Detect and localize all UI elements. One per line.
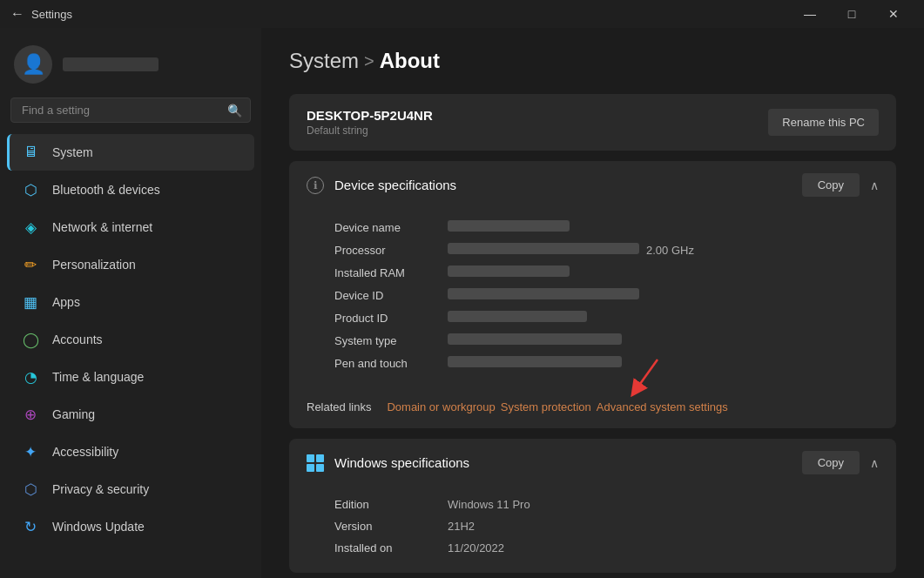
sidebar-item-bluetooth[interactable]: ⬡ Bluetooth & devices bbox=[7, 171, 254, 208]
spec-value: 2.00 GHz bbox=[448, 243, 879, 257]
minimize-button[interactable]: — bbox=[790, 0, 830, 28]
breadcrumb-system: System bbox=[289, 49, 359, 73]
spec-value bbox=[448, 265, 879, 279]
win-spec-label: Installed on bbox=[334, 541, 448, 554]
sidebar-item-apps[interactable]: ▦ Apps bbox=[7, 284, 254, 320]
gaming-icon: ⊕ bbox=[21, 405, 40, 424]
main-content: System > About DESKTOP-5P2U4NR Default s… bbox=[261, 28, 924, 578]
windows-specs-card: Windows specifications Copy ∧ Edition Wi… bbox=[289, 439, 896, 573]
device-specs-actions: Copy ∧ bbox=[802, 173, 879, 197]
table-row: Version 21H2 bbox=[334, 515, 879, 537]
breadcrumb-chevron: > bbox=[364, 51, 374, 71]
related-links-label: Related links bbox=[307, 400, 371, 413]
spec-label: Pen and touch bbox=[334, 357, 448, 370]
sidebar-item-label-privacy: Privacy & security bbox=[52, 482, 149, 496]
sidebar-item-label-update: Windows Update bbox=[52, 520, 145, 534]
windows-specs-header[interactable]: Windows specifications Copy ∧ bbox=[289, 439, 896, 487]
search-input[interactable] bbox=[10, 97, 251, 123]
spec-label: Processor bbox=[334, 244, 448, 257]
app-title: Settings bbox=[31, 8, 72, 21]
blurred-value bbox=[448, 333, 622, 345]
windows-specs-title: Windows specifications bbox=[334, 455, 469, 470]
back-icon[interactable]: ← bbox=[10, 6, 24, 22]
blurred-value bbox=[448, 356, 622, 367]
windows-specs-content: Edition Windows 11 Pro Version 21H2 Inst… bbox=[289, 487, 896, 573]
sidebar-item-personalization[interactable]: ✏ Personalization bbox=[7, 246, 254, 283]
table-row: System type bbox=[334, 329, 879, 352]
sidebar-item-privacy[interactable]: ⬡ Privacy & security bbox=[7, 471, 254, 507]
spec-value bbox=[448, 333, 879, 347]
close-button[interactable]: ✕ bbox=[873, 0, 914, 28]
system-protection-link[interactable]: System protection bbox=[501, 400, 591, 413]
advanced-system-settings-link[interactable]: Advanced system settings bbox=[597, 400, 728, 413]
sidebar-item-time[interactable]: ◔ Time & language bbox=[7, 359, 254, 395]
sidebar-item-label-system: System bbox=[52, 145, 93, 159]
sidebar-item-system[interactable]: 🖥 System bbox=[7, 134, 254, 171]
windows-logo-icon bbox=[307, 454, 324, 472]
pc-subtitle: Default string bbox=[307, 124, 433, 137]
table-row: Device name bbox=[334, 216, 879, 239]
device-specs-copy-button[interactable]: Copy bbox=[802, 173, 860, 197]
spec-value bbox=[448, 311, 879, 325]
maximize-button[interactable]: □ bbox=[832, 0, 872, 28]
system-icon: 🖥 bbox=[21, 143, 40, 162]
search-container: 🔍 bbox=[10, 97, 251, 123]
bluetooth-icon: ⬡ bbox=[21, 180, 40, 199]
pc-name: DESKTOP-5P2U4NR bbox=[307, 108, 433, 123]
sidebar-item-network[interactable]: ◈ Network & internet bbox=[7, 209, 254, 245]
pc-card: DESKTOP-5P2U4NR Default string Rename th… bbox=[289, 94, 896, 151]
sidebar-item-label-network: Network & internet bbox=[52, 220, 152, 234]
sidebar-item-gaming[interactable]: ⊕ Gaming bbox=[7, 396, 254, 433]
spec-value bbox=[448, 356, 879, 370]
sidebar-item-label-accounts: Accounts bbox=[52, 333, 103, 346]
device-specs-card: ℹ Device specifications Copy ∧ Device na… bbox=[289, 161, 896, 428]
update-icon: ↻ bbox=[21, 517, 40, 536]
related-links: Related links Domain or workgroup System… bbox=[289, 388, 896, 428]
table-row: Product ID bbox=[334, 306, 879, 329]
spec-label: Device name bbox=[334, 221, 448, 234]
table-row: Device ID bbox=[334, 284, 879, 306]
spec-label: Device ID bbox=[334, 289, 448, 302]
rename-pc-button[interactable]: Rename this PC bbox=[768, 109, 879, 136]
page-header: System > About bbox=[289, 49, 896, 73]
win-spec-value: 11/20/2022 bbox=[448, 541, 504, 554]
user-icon: 👤 bbox=[22, 53, 45, 76]
table-row: Installed RAM bbox=[334, 261, 879, 284]
win-spec-value: Windows 11 Pro bbox=[448, 498, 530, 511]
sidebar-item-accessibility[interactable]: ✦ Accessibility bbox=[7, 434, 254, 470]
domain-workgroup-link[interactable]: Domain or workgroup bbox=[387, 400, 495, 413]
win-spec-label: Version bbox=[334, 520, 448, 533]
time-icon: ◔ bbox=[21, 367, 40, 386]
sidebar: 👤 🔍 🖥 System ⬡ Bluetooth & devices ◈ Net… bbox=[0, 28, 261, 578]
blurred-value bbox=[448, 265, 570, 277]
privacy-icon: ⬡ bbox=[21, 480, 40, 499]
device-specs-header[interactable]: ℹ Device specifications Copy ∧ bbox=[289, 161, 896, 209]
sidebar-item-update[interactable]: ↻ Windows Update bbox=[7, 508, 254, 545]
spec-ghz-value: 2.00 GHz bbox=[646, 244, 694, 257]
table-row: Edition Windows 11 Pro bbox=[334, 494, 879, 515]
spec-value bbox=[448, 220, 879, 234]
sidebar-item-label-accessibility: Accessibility bbox=[52, 445, 118, 459]
app-container: 👤 🔍 🖥 System ⬡ Bluetooth & devices ◈ Net… bbox=[0, 28, 924, 578]
search-icon: 🔍 bbox=[227, 104, 242, 118]
win-spec-label: Edition bbox=[334, 498, 448, 511]
table-row: Installed on 11/20/2022 bbox=[334, 537, 879, 559]
title-bar: ← Settings — □ ✕ bbox=[0, 0, 924, 28]
sidebar-item-accounts[interactable]: ◯ Accounts bbox=[7, 321, 254, 358]
breadcrumb-about: About bbox=[380, 49, 440, 73]
table-row: Pen and touch bbox=[334, 352, 879, 374]
windows-specs-copy-button[interactable]: Copy bbox=[802, 451, 860, 474]
sidebar-item-label-bluetooth: Bluetooth & devices bbox=[52, 183, 160, 197]
pc-info: DESKTOP-5P2U4NR Default string bbox=[307, 108, 433, 137]
blurred-value bbox=[448, 220, 570, 232]
blurred-value bbox=[448, 311, 587, 322]
device-specs-content: Device name Processor 2.00 GHz Installed… bbox=[289, 209, 896, 388]
spec-label: System type bbox=[334, 334, 448, 347]
sidebar-item-label-personalization: Personalization bbox=[52, 258, 136, 272]
info-icon: ℹ bbox=[307, 177, 324, 194]
avatar: 👤 bbox=[14, 45, 52, 84]
accounts-icon: ◯ bbox=[21, 330, 40, 349]
sidebar-item-label-apps: Apps bbox=[52, 295, 80, 309]
title-bar-controls: — □ ✕ bbox=[790, 0, 914, 28]
accessibility-icon: ✦ bbox=[21, 442, 40, 461]
